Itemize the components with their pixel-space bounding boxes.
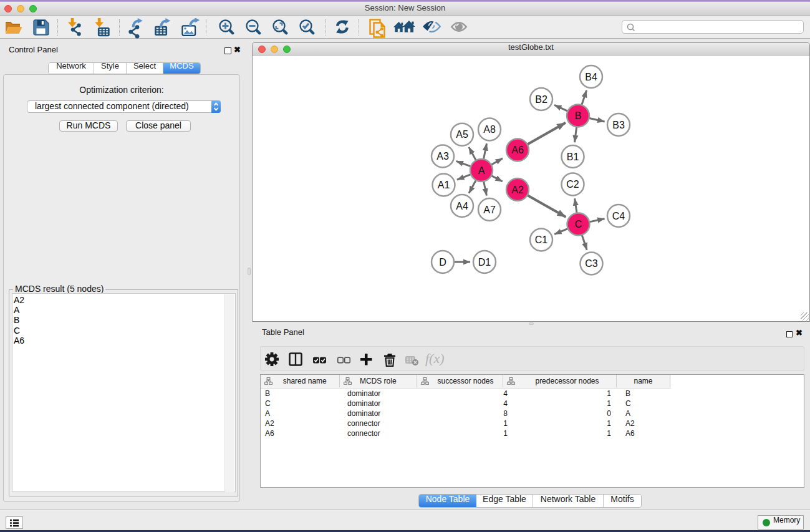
svg-text:A6: A6 [511, 145, 524, 155]
svg-text:D: D [439, 257, 446, 268]
svg-text:A3: A3 [436, 151, 449, 162]
svg-text:A4: A4 [456, 201, 468, 211]
svg-text:B: B [575, 110, 582, 121]
svg-text:A: A [478, 165, 485, 176]
svg-text:B3: B3 [612, 120, 625, 130]
svg-text:A7: A7 [483, 205, 496, 215]
svg-text:B4: B4 [585, 72, 597, 82]
svg-text:C2: C2 [566, 179, 579, 190]
svg-text:C1: C1 [535, 235, 548, 245]
svg-text:C3: C3 [585, 258, 598, 269]
svg-text:A8: A8 [483, 124, 496, 135]
svg-text:B1: B1 [567, 152, 579, 162]
svg-text:A1: A1 [438, 180, 450, 190]
svg-text:D1: D1 [478, 257, 491, 268]
svg-text:A5: A5 [456, 129, 468, 140]
svg-text:C4: C4 [612, 211, 625, 221]
svg-text:C: C [575, 219, 582, 230]
svg-text:A2: A2 [511, 185, 524, 195]
svg-text:B2: B2 [535, 94, 547, 105]
